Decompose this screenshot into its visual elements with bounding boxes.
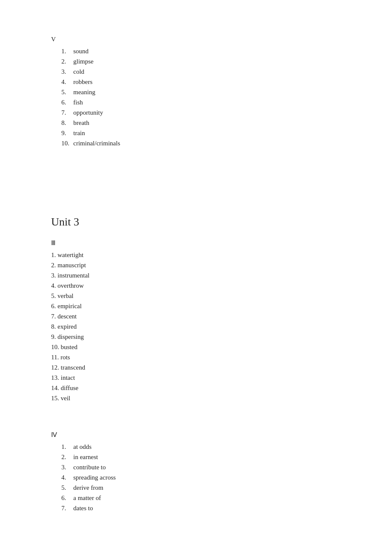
item-number: 6. <box>61 493 71 503</box>
section-v: V 1.sound2.glimpse3.cold4.robbers5.meani… <box>51 34 341 148</box>
item-text: 2. manuscript <box>51 260 86 270</box>
item-text: contribute to <box>73 462 106 472</box>
item-number: 1. <box>61 46 71 56</box>
item-number: 2. <box>61 452 71 462</box>
item-text: 12. transcend <box>51 362 85 373</box>
item-number: 8. <box>61 118 71 128</box>
item-number: 10. <box>61 138 71 148</box>
item-text: 14. diffuse <box>51 383 78 393</box>
section-iv-heading: Ⅳ <box>51 430 341 440</box>
list-item: 3. instrumental <box>51 270 341 280</box>
item-text: 10. busted <box>51 342 78 352</box>
item-number: 1. <box>61 442 71 452</box>
item-text: criminal/criminals <box>73 138 120 148</box>
item-text: fish <box>73 97 83 107</box>
list-item: 3.contribute to <box>61 462 341 472</box>
list-item: 2.in earnest <box>61 452 341 462</box>
item-text: a matter of <box>73 493 101 503</box>
item-text: 8. expired <box>51 321 77 332</box>
item-text: 1. watertight <box>51 250 84 260</box>
item-text: 9. dispersing <box>51 332 84 342</box>
list-item: 1. watertight <box>51 250 341 260</box>
list-item: 10. busted <box>51 342 341 352</box>
list-item: 7.dates to <box>61 503 341 513</box>
item-number: 6. <box>61 97 71 107</box>
list-item: 7. descent <box>51 311 341 321</box>
item-text: glimpse <box>73 56 94 66</box>
item-text: 7. descent <box>51 311 77 321</box>
item-text: spreading across <box>73 472 116 483</box>
item-text: 15. veil <box>51 393 70 403</box>
item-text: sound <box>73 46 89 56</box>
list-item: 4.robbers <box>61 77 341 87</box>
list-item: 3.cold <box>61 66 341 77</box>
section-iv-list: 1.at odds2.in earnest3.contribute to4.sp… <box>51 442 341 513</box>
item-text: cold <box>73 66 84 77</box>
unit3-heading: Unit 3 <box>51 213 341 231</box>
item-text: opportunity <box>73 107 103 118</box>
list-item: 5.meaning <box>61 87 341 97</box>
list-item: 8. expired <box>51 321 341 332</box>
item-text: dates to <box>73 503 93 513</box>
list-item: 4. overthrow <box>51 280 341 291</box>
item-text: breath <box>73 118 89 128</box>
item-text: 5. verbal <box>51 291 73 301</box>
item-number: 4. <box>61 77 71 87</box>
section-v-list: 1.sound2.glimpse3.cold4.robbers5.meaning… <box>51 46 341 148</box>
item-text: train <box>73 128 85 138</box>
list-item: 9.train <box>61 128 341 138</box>
item-number: 7. <box>61 503 71 513</box>
list-item: 6. empirical <box>51 301 341 311</box>
item-number: 5. <box>61 483 71 493</box>
item-text: in earnest <box>73 452 98 462</box>
item-text: at odds <box>73 442 92 452</box>
list-item: 1.at odds <box>61 442 341 452</box>
list-item: 13. intact <box>51 373 341 383</box>
list-item: 15. veil <box>51 393 341 403</box>
item-text: 3. instrumental <box>51 270 89 280</box>
list-item: 5. verbal <box>51 291 341 301</box>
section-v-heading: V <box>51 34 341 44</box>
item-number: 9. <box>61 128 71 138</box>
section-iii-heading: Ⅲ <box>51 238 341 248</box>
item-number: 7. <box>61 107 71 118</box>
section-iii: Ⅲ 1. watertight2. manuscript3. instrumen… <box>51 238 341 403</box>
unit3-block: Unit 3 Ⅲ 1. watertight2. manuscript3. in… <box>51 213 341 513</box>
list-item: 2.glimpse <box>61 56 341 66</box>
list-item: 10.criminal/criminals <box>61 138 341 148</box>
list-item: 6.a matter of <box>61 493 341 503</box>
item-text: 6. empirical <box>51 301 82 311</box>
section-iii-list: 1. watertight2. manuscript3. instrumenta… <box>51 250 341 403</box>
list-item: 6.fish <box>61 97 341 107</box>
list-item: 9. dispersing <box>51 332 341 342</box>
section-iv: Ⅳ 1.at odds2.in earnest3.contribute to4.… <box>51 430 341 513</box>
item-number: 5. <box>61 87 71 97</box>
item-text: 13. intact <box>51 373 75 383</box>
list-item: 5.derive from <box>61 483 341 493</box>
list-item: 8.breath <box>61 118 341 128</box>
item-number: 2. <box>61 56 71 66</box>
item-text: meaning <box>73 87 95 97</box>
item-text: 4. overthrow <box>51 280 84 291</box>
item-text: robbers <box>73 77 92 87</box>
item-number: 3. <box>61 66 71 77</box>
list-item: 11. rots <box>51 352 341 362</box>
item-number: 4. <box>61 472 71 483</box>
list-item: 12. transcend <box>51 362 341 373</box>
list-item: 7.opportunity <box>61 107 341 118</box>
item-number: 3. <box>61 462 71 472</box>
item-text: 11. rots <box>51 352 70 362</box>
item-text: derive from <box>73 483 103 493</box>
list-item: 2. manuscript <box>51 260 341 270</box>
list-item: 4.spreading across <box>61 472 341 483</box>
list-item: 14. diffuse <box>51 383 341 393</box>
list-item: 1.sound <box>61 46 341 56</box>
